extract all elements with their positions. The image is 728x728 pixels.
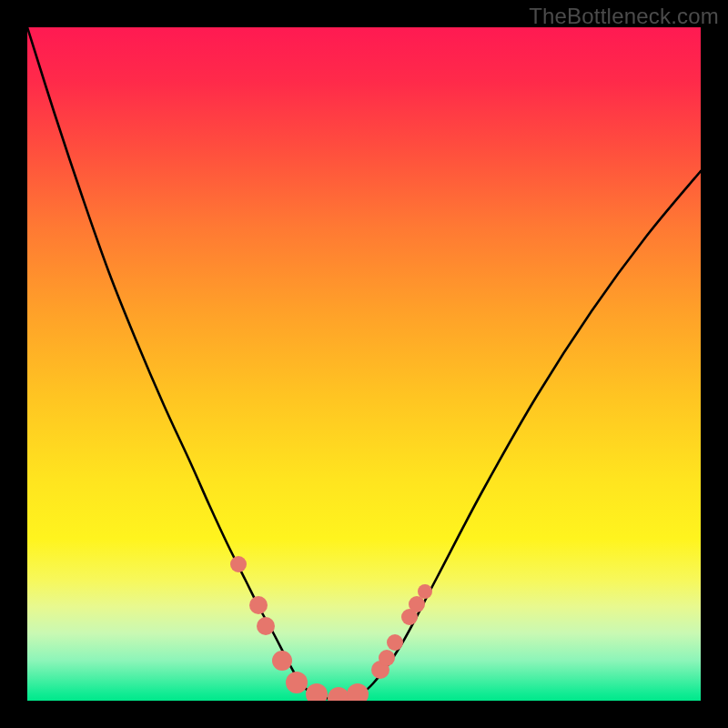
bottom-marker-1 [272,651,292,671]
left-marker-1 [230,556,247,572]
bottom-marker-2 [286,672,308,693]
bottom-marker-4 [328,687,349,701]
bottom-marker-3 [306,683,328,701]
right-marker-6 [418,584,432,599]
left-marker-3 [257,617,275,635]
right-marker-5 [409,596,425,612]
right-marker-2 [379,650,395,666]
watermark-text: TheBottleneck.com [529,4,719,29]
chart-frame: TheBottleneck.com [0,0,728,728]
left-marker-2 [249,596,268,614]
bottleneck-curve [27,27,701,699]
right-marker-3 [387,634,403,651]
marker-layer [230,556,432,701]
bottom-marker-5 [347,683,369,701]
plot-area [27,27,701,701]
curve-layer [27,27,701,701]
